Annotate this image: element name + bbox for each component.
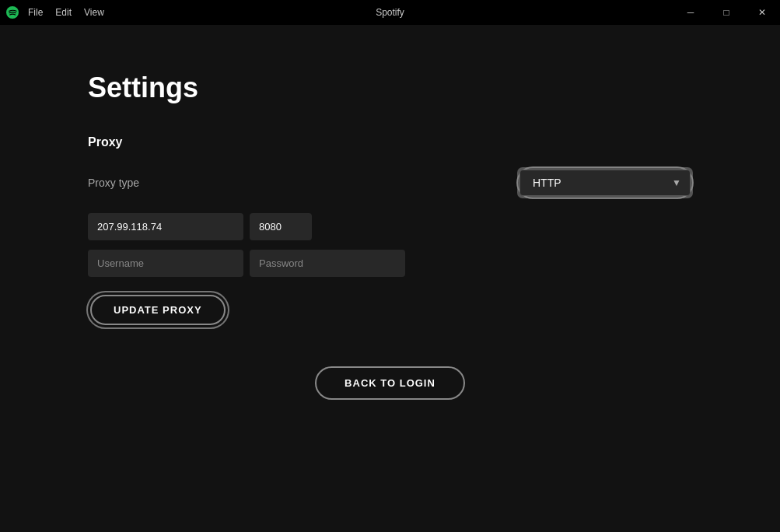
titlebar-menu: File Edit View — [28, 7, 104, 18]
titlebar: File Edit View Spotify ─ □ ✕ — [0, 0, 780, 25]
menu-edit[interactable]: Edit — [55, 7, 72, 18]
proxy-section-title: Proxy — [88, 135, 692, 149]
spotify-logo-icon — [6, 6, 19, 19]
proxy-section: Proxy Proxy type HTTP HTTPS SOCKS4 SOCKS… — [88, 135, 692, 327]
credentials-row — [88, 250, 692, 277]
proxy-type-label: Proxy type — [88, 177, 139, 189]
proxy-host-input[interactable] — [88, 213, 243, 240]
back-to-login-button[interactable]: BACK TO LOGIN — [315, 366, 465, 400]
menu-view[interactable]: View — [84, 7, 104, 18]
proxy-type-wrapper: HTTP HTTPS SOCKS4 SOCKS5 ▼ — [519, 170, 691, 196]
update-proxy-button[interactable]: UPDATE PROXY — [90, 295, 226, 325]
proxy-username-input[interactable] — [88, 250, 243, 277]
titlebar-title: Spotify — [376, 7, 404, 18]
back-login-row: BACK TO LOGIN — [88, 366, 692, 400]
proxy-password-input[interactable] — [250, 250, 405, 277]
settings-title: Settings — [88, 72, 692, 104]
update-proxy-button-wrapper: UPDATE PROXY — [88, 292, 228, 327]
close-button[interactable]: ✕ — [744, 0, 780, 25]
menu-file[interactable]: File — [28, 7, 43, 18]
minimize-button[interactable]: ─ — [673, 0, 708, 25]
proxy-type-row: Proxy type HTTP HTTPS SOCKS4 SOCKS5 ▼ — [88, 168, 692, 198]
maximize-button[interactable]: □ — [708, 0, 744, 25]
titlebar-controls: ─ □ ✕ — [673, 0, 780, 25]
host-port-row — [88, 213, 692, 240]
proxy-port-input[interactable] — [250, 213, 312, 240]
proxy-type-select[interactable]: HTTP HTTPS SOCKS4 SOCKS5 — [519, 170, 691, 196]
settings-content: Settings Proxy Proxy type HTTP HTTPS SOC… — [0, 25, 780, 446]
titlebar-left: File Edit View — [6, 6, 104, 19]
proxy-type-select-highlight: HTTP HTTPS SOCKS4 SOCKS5 ▼ — [518, 168, 692, 198]
